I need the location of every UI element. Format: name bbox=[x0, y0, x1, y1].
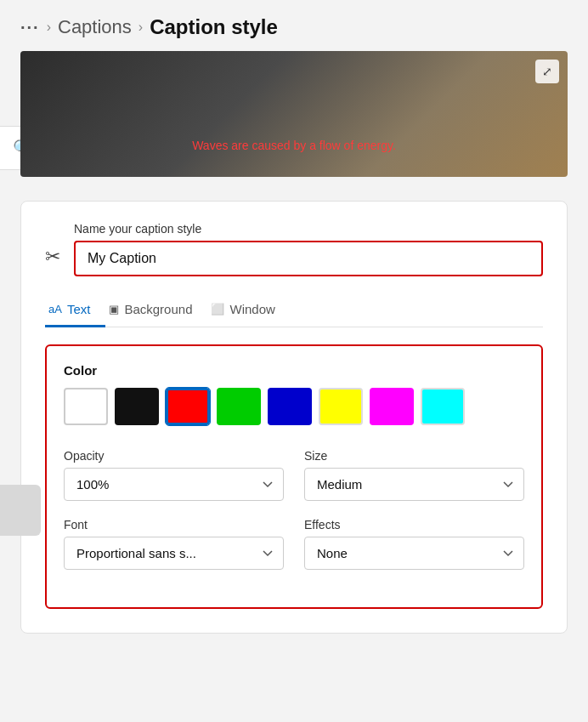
effects-group: Effects None Raised Depressed Uniform Dr… bbox=[304, 518, 524, 570]
ghost-panel bbox=[0, 485, 41, 536]
more-options-icon[interactable]: ··· bbox=[20, 18, 40, 37]
tab-background[interactable]: ▣ Background bbox=[105, 293, 207, 327]
tab-window[interactable]: ⬜ Window bbox=[207, 293, 290, 327]
color-swatch-cyan[interactable] bbox=[421, 388, 465, 425]
tab-window-icon: ⬜ bbox=[211, 303, 224, 316]
effects-label: Effects bbox=[304, 518, 524, 532]
color-swatch-white[interactable] bbox=[64, 388, 108, 425]
color-swatches bbox=[64, 388, 524, 425]
color-swatch-yellow[interactable] bbox=[319, 388, 363, 425]
size-select[interactable]: Small Medium Large Extra Large bbox=[304, 468, 524, 501]
breadcrumb-captions[interactable]: Captions bbox=[58, 16, 132, 38]
expand-button[interactable]: ⤢ bbox=[535, 60, 559, 83]
color-swatch-blue[interactable] bbox=[268, 388, 312, 425]
breadcrumb: ··· › Captions › Caption style bbox=[0, 0, 588, 51]
color-swatch-green[interactable] bbox=[217, 388, 261, 425]
name-section: ✂ Name your caption style bbox=[45, 222, 543, 276]
tab-text[interactable]: aA Text bbox=[45, 293, 105, 327]
size-group: Size Small Medium Large Extra Large bbox=[304, 449, 524, 501]
page-title: Caption style bbox=[150, 15, 278, 39]
effects-select[interactable]: None Raised Depressed Uniform Drop shado… bbox=[304, 537, 524, 570]
name-field-group: Name your caption style bbox=[74, 222, 543, 276]
tab-background-label: Background bbox=[124, 302, 192, 316]
tab-background-icon: ▣ bbox=[109, 303, 119, 316]
name-label: Name your caption style bbox=[74, 222, 543, 236]
color-label: Color bbox=[64, 363, 524, 378]
opacity-label: Opacity bbox=[64, 449, 284, 463]
font-label: Font bbox=[64, 518, 284, 532]
chevron-icon-2: › bbox=[139, 20, 143, 35]
video-caption-overlay: Waves are caused by a flow of energy. bbox=[20, 138, 568, 153]
color-swatch-black[interactable] bbox=[115, 388, 159, 425]
expand-icon: ⤢ bbox=[542, 65, 552, 78]
edit-icon: ✂ bbox=[45, 246, 60, 268]
caption-name-input[interactable] bbox=[74, 241, 543, 276]
opacity-group: Opacity 100% 75% 50% 25% bbox=[64, 449, 284, 501]
color-swatch-red[interactable] bbox=[166, 388, 210, 425]
opacity-select[interactable]: 100% 75% 50% 25% bbox=[64, 468, 284, 501]
font-effects-row: Font Proportional sans s... Proportional… bbox=[64, 518, 524, 570]
font-select[interactable]: Proportional sans s... Proportional seri… bbox=[64, 537, 284, 570]
color-swatch-magenta[interactable] bbox=[370, 388, 414, 425]
video-preview: ⤢ Waves are caused by a flow of energy. bbox=[20, 51, 568, 177]
opacity-size-row: Opacity 100% 75% 50% 25% Size Small Medi… bbox=[64, 449, 524, 501]
caption-style-card: ✂ Name your caption style aA Text ▣ Back… bbox=[20, 201, 568, 634]
tab-window-label: Window bbox=[229, 302, 274, 316]
tabs-bar: aA Text ▣ Background ⬜ Window bbox=[45, 293, 543, 327]
chevron-icon-1: › bbox=[47, 20, 51, 35]
video-caption-text: Waves are caused by a flow of energy. bbox=[192, 139, 396, 152]
tab-text-label: Text bbox=[67, 302, 91, 316]
tab-text-icon: aA bbox=[48, 303, 62, 316]
size-label: Size bbox=[304, 449, 524, 463]
content-box: Color Opacity 100% 75% 50% 25% bbox=[45, 344, 543, 609]
font-group: Font Proportional sans s... Proportional… bbox=[64, 518, 284, 570]
